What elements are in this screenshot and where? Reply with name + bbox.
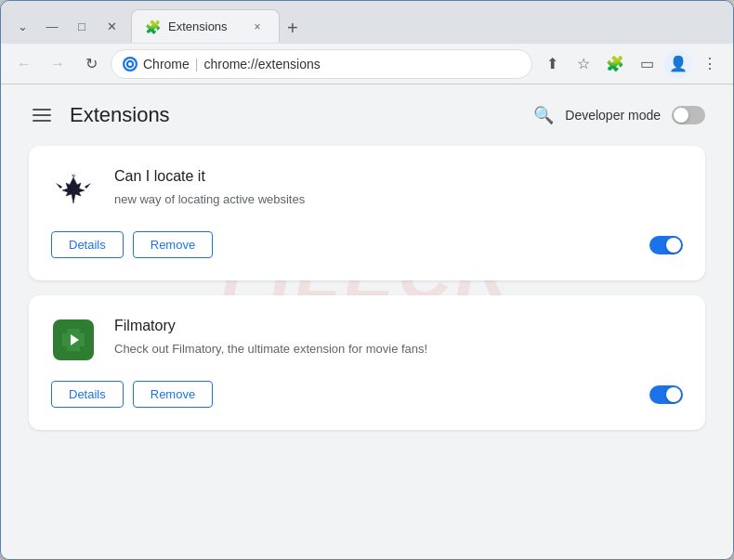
extension-card-filmatory: Filmatory Check out Filmatory, the ultim… [29, 295, 705, 430]
remove-button-filmatory[interactable]: Remove [133, 381, 213, 408]
card-buttons-filmatory: Details Remove [51, 381, 213, 408]
extensions-header: Extensions 🔍 Developer mode [29, 103, 705, 127]
details-button-filmatory[interactable]: Details [51, 381, 124, 408]
extensions-tab[interactable]: 🧩 Extensions × [131, 9, 280, 43]
extension-desc-filmatory: Check out Filmatory, the ultimate extens… [114, 340, 683, 358]
developer-mode-toggle[interactable] [672, 106, 705, 124]
minimize-button[interactable]: — [40, 14, 64, 38]
address-bar[interactable]: Chrome | chrome://extensions [111, 49, 532, 79]
tab-label: Extensions [168, 20, 228, 33]
card-top-filmatory: Filmatory Check out Filmatory, the ultim… [51, 318, 683, 362]
page-content: FILECR Extensions 🔍 Developer mode [1, 85, 733, 559]
toggle-knob [666, 238, 681, 253]
remove-button-can-i-locate-it[interactable]: Remove [133, 231, 213, 258]
menu-button[interactable]: ⋮ [696, 50, 724, 78]
header-left: Extensions [29, 103, 170, 127]
hamburger-menu-button[interactable] [29, 105, 55, 125]
address-url: chrome://extensions [203, 57, 520, 72]
forward-button[interactable]: → [44, 50, 72, 78]
header-right: 🔍 Developer mode [533, 105, 705, 125]
extension-icon-filmatory [51, 318, 96, 362]
card-bottom-filmatory: Details Remove [51, 381, 683, 408]
extension-desc-can-i-locate-it: new way of locating active websites [114, 190, 683, 209]
svg-rect-6 [80, 346, 85, 351]
extension-info-can-i-locate-it: Can I locate it new way of locating acti… [114, 168, 683, 209]
browser-window: ⌄ — □ ✕ 🧩 Extensions × + ← → ↻ Ch [0, 0, 734, 560]
search-button[interactable]: 🔍 [533, 105, 554, 125]
filmatory-icon-bg [53, 319, 94, 360]
window-controls: ⌄ — □ ✕ [10, 14, 124, 38]
maximize-button[interactable]: □ [70, 14, 94, 38]
page-title: Extensions [70, 103, 170, 127]
svg-rect-5 [62, 346, 67, 351]
extension-name-can-i-locate-it: Can I locate it [114, 168, 683, 185]
extension-name-filmatory: Filmatory [114, 318, 683, 334]
developer-mode-label: Developer mode [565, 108, 661, 123]
extensions-page: FILECR Extensions 🔍 Developer mode [1, 85, 733, 463]
tab-bar: 🧩 Extensions × + [131, 9, 724, 43]
title-bar: ⌄ — □ ✕ 🧩 Extensions × + [1, 1, 733, 44]
address-separator: | [195, 57, 199, 72]
hamburger-line-3 [33, 120, 51, 122]
toggle-knob [674, 108, 688, 123]
tab-close-button[interactable]: × [249, 19, 266, 35]
hamburger-line-2 [33, 114, 51, 116]
back-button[interactable]: ← [10, 50, 38, 78]
omnibar-right: ⬆ ☆ 🧩 ▭ 👤 ⋮ [538, 50, 724, 78]
svg-point-1 [128, 62, 132, 66]
address-brand: Chrome [143, 57, 190, 72]
enable-toggle-filmatory[interactable] [649, 385, 683, 404]
hamburger-line-1 [33, 109, 51, 111]
sidebar-button[interactable]: ▭ [633, 50, 661, 78]
share-button[interactable]: ⬆ [538, 50, 566, 78]
profile-button[interactable]: 👤 [664, 50, 692, 78]
new-tab-button[interactable]: + [280, 18, 306, 39]
chrome-icon [123, 57, 138, 72]
extension-info-filmatory: Filmatory Check out Filmatory, the ultim… [114, 318, 683, 358]
details-button-can-i-locate-it[interactable]: Details [51, 231, 124, 258]
extension-card-can-i-locate-it: Can I locate it new way of locating acti… [29, 146, 705, 280]
extension-icon-can-i-locate-it [51, 168, 96, 213]
chevron-down-btn[interactable]: ⌄ [10, 14, 34, 38]
svg-rect-4 [80, 329, 85, 333]
card-top: Can I locate it new way of locating acti… [51, 168, 683, 213]
svg-rect-3 [62, 329, 67, 333]
close-button[interactable]: ✕ [99, 14, 124, 38]
tab-favicon: 🧩 [145, 20, 161, 34]
card-bottom-can-i-locate-it: Details Remove [51, 231, 683, 258]
bookmark-button[interactable]: ☆ [570, 50, 597, 78]
toggle-knob [666, 387, 681, 402]
extensions-button[interactable]: 🧩 [601, 50, 629, 78]
omnibar: ← → ↻ Chrome | chrome://extensions ⬆ ☆ 🧩… [1, 44, 733, 85]
enable-toggle-can-i-locate-it[interactable] [649, 236, 683, 254]
card-buttons-can-i-locate-it: Details Remove [51, 231, 213, 258]
refresh-button[interactable]: ↻ [77, 50, 105, 78]
